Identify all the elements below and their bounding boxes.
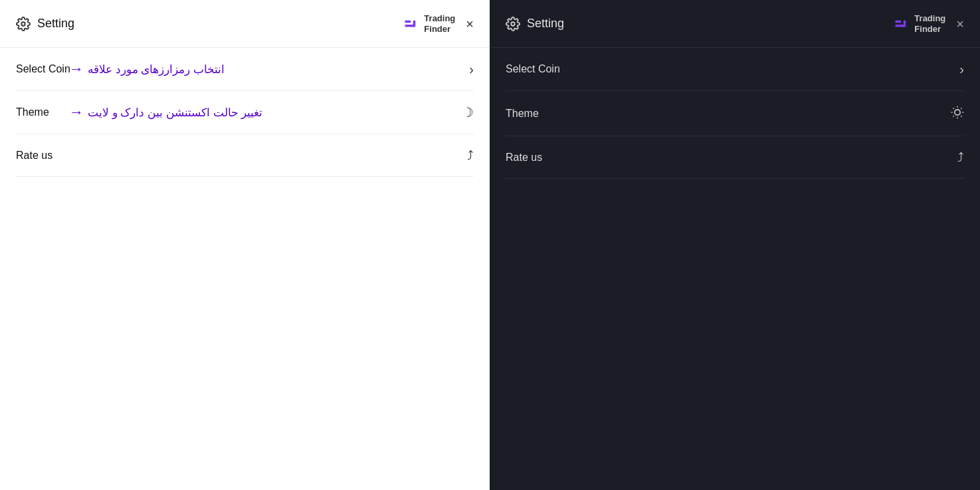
select-coin-annotation-text: انتخاب رمزارزهای مورد علاقه <box>88 62 225 76</box>
select-coin-arrow-icon: → <box>69 61 84 78</box>
light-select-coin-chevron-icon: › <box>469 62 474 76</box>
dark-theme-label: Theme <box>506 108 539 120</box>
light-header: Setting Trading Finder × <box>0 0 490 48</box>
light-panel: Setting Trading Finder × Select Coin → <box>0 0 490 490</box>
light-select-coin-annotation: → انتخاب رمزارزهای مورد علاقه <box>69 61 454 78</box>
dark-header-right: Trading Finder × <box>893 13 964 34</box>
light-setting-title: Setting <box>37 17 74 31</box>
light-close-button[interactable]: × <box>466 17 474 31</box>
dark-select-coin-label: Select Coin <box>506 63 560 75</box>
light-rate-us-label: Rate us <box>16 150 52 162</box>
dark-select-coin-item[interactable]: Select Coin › <box>506 48 964 91</box>
dark-rate-us-external-icon: ⤴ <box>957 151 964 164</box>
svg-point-4 <box>511 22 515 26</box>
light-logo: Trading Finder <box>403 13 455 34</box>
light-select-coin-item[interactable]: Select Coin → انتخاب رمزارزهای مورد علاق… <box>16 48 474 91</box>
svg-rect-2 <box>405 24 415 27</box>
light-rate-us-external-icon: ⤴ <box>467 149 474 162</box>
dark-logo-icon <box>893 15 912 33</box>
light-menu: Select Coin → انتخاب رمزارزهای مورد علاق… <box>0 48 490 177</box>
svg-line-16 <box>961 108 961 109</box>
dark-theme-sun-icon <box>951 106 964 121</box>
svg-rect-7 <box>904 20 906 27</box>
svg-rect-3 <box>413 20 416 27</box>
light-header-right: Trading Finder × <box>403 13 474 34</box>
dark-menu: Select Coin › Theme <box>490 48 980 179</box>
light-select-coin-label: Select Coin <box>16 63 70 75</box>
dark-header: Setting Trading Finder × <box>490 0 980 48</box>
light-logo-text: Trading Finder <box>424 13 455 34</box>
light-theme-moon-icon: ☽ <box>462 106 474 119</box>
svg-line-12 <box>961 116 961 116</box>
svg-line-15 <box>953 116 954 116</box>
dark-gear-icon <box>506 17 520 31</box>
dark-rate-us-label: Rate us <box>506 152 542 164</box>
gear-icon <box>16 17 31 31</box>
light-theme-label: Theme <box>16 106 49 118</box>
dark-close-button[interactable]: × <box>956 17 964 31</box>
svg-point-8 <box>955 110 960 115</box>
dark-rate-us-item[interactable]: Rate us ⤴ <box>506 136 964 179</box>
light-theme-annotation: → تغییر حالت اکستنشن بین دارک و لایت <box>69 104 454 121</box>
svg-point-0 <box>21 22 25 26</box>
dark-logo-text: Trading Finder <box>914 13 945 34</box>
svg-rect-5 <box>896 20 902 23</box>
dark-logo: Trading Finder <box>893 13 945 34</box>
light-rate-us-item[interactable]: Rate us ⤴ <box>16 134 474 177</box>
dark-setting-title: Setting <box>527 17 564 31</box>
dark-panel: Setting Trading Finder × Select Coin › <box>490 0 980 490</box>
light-theme-item[interactable]: Theme → تغییر حالت اکستنشن بین دارک و لا… <box>16 91 474 134</box>
dark-select-coin-chevron-icon: › <box>959 62 964 76</box>
light-header-left: Setting <box>16 17 74 31</box>
svg-line-11 <box>953 108 954 109</box>
light-logo-icon <box>403 15 421 33</box>
svg-rect-6 <box>896 24 905 27</box>
theme-annotation-text: تغییر حالت اکستنشن بین دارک و لایت <box>88 106 262 120</box>
dark-header-left: Setting <box>506 17 564 31</box>
theme-arrow-icon: → <box>69 104 84 121</box>
dark-theme-item[interactable]: Theme <box>506 91 964 136</box>
svg-rect-1 <box>405 20 411 23</box>
